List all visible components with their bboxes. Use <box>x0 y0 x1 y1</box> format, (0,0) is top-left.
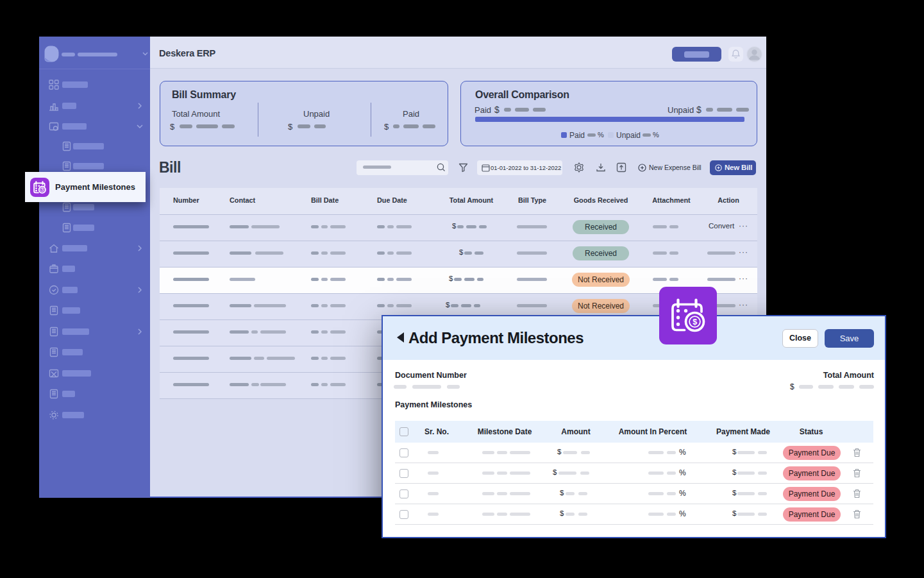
svg-text:$: $ <box>693 318 697 327</box>
